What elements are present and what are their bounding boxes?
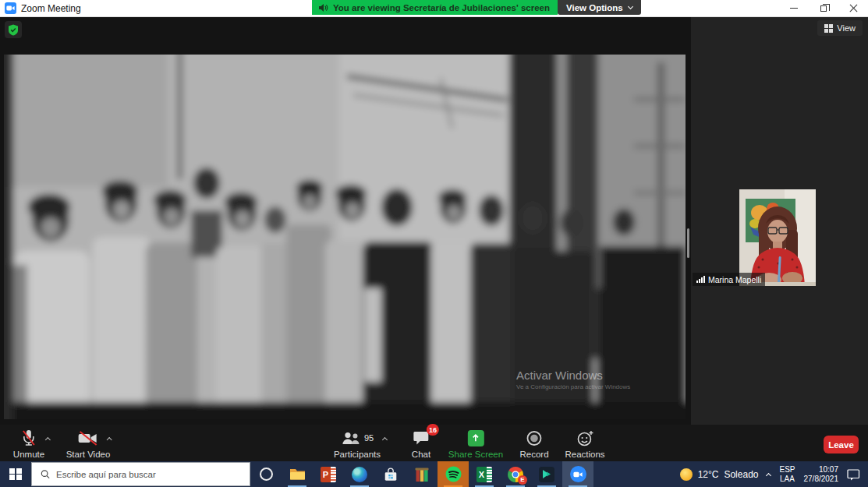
window-title: Zoom Meeting — [21, 3, 81, 14]
participants-count: 95 — [364, 433, 374, 443]
shared-screen-photo — [4, 55, 686, 419]
viewing-banner: You are viewing Secretaría de Jubilacion… — [312, 0, 558, 15]
cortana-icon — [260, 468, 273, 481]
zoom-toolbar: Unmute Start Video 95 — [0, 425, 868, 461]
powerpoint-icon: P — [321, 467, 336, 482]
chrome-badge: E — [518, 475, 527, 485]
viewing-text: You are viewing Secretaría de Jubilacion… — [333, 3, 550, 12]
search-icon — [41, 469, 50, 479]
camera-off-icon — [78, 431, 98, 446]
weather-condition: Soleado — [724, 469, 758, 480]
participants-chevron[interactable] — [382, 437, 388, 443]
taskbar-app-file-explorer[interactable] — [282, 461, 313, 487]
zoom-camera-icon — [5, 2, 16, 14]
chat-unread-badge: 16 — [427, 424, 439, 436]
taskbar-app-zoom[interactable] — [562, 461, 593, 487]
reactions-button[interactable]: Reactions — [565, 429, 604, 459]
taskbar-apps: P — [250, 461, 593, 487]
unmute-button[interactable]: Unmute — [13, 429, 44, 459]
participant-name-tag: Marina Mapelli — [693, 273, 765, 286]
windows-logo-icon — [9, 468, 22, 481]
screen-share-banner: You are viewing Secretaría de Jubilacion… — [312, 0, 641, 15]
taskbar-app-excel[interactable]: X — [469, 461, 500, 487]
action-center-icon[interactable] — [847, 468, 860, 481]
start-video-button[interactable]: Start Video — [66, 429, 111, 459]
taskbar-app-edge[interactable] — [344, 461, 375, 487]
participant-name: Marina Mapelli — [708, 275, 761, 284]
taskbar-app-filmora[interactable] — [531, 461, 562, 487]
taskbar-app-powerpoint[interactable]: P — [313, 461, 344, 487]
minimize-button[interactable] — [779, 0, 809, 17]
mic-muted-icon — [21, 429, 37, 446]
minimize-icon — [790, 8, 798, 9]
excel-icon: X — [477, 467, 492, 482]
edge-icon — [352, 467, 367, 482]
view-options-button[interactable]: View Options — [558, 0, 641, 15]
spotify-icon — [445, 466, 462, 482]
taskbar-app-cortana[interactable] — [250, 461, 282, 487]
weather-temp: 12°C — [698, 469, 719, 480]
participant-video-feed — [739, 189, 816, 286]
chat-button[interactable]: 16 Chat — [412, 429, 430, 459]
record-button[interactable]: Record — [519, 429, 548, 459]
weather-widget[interactable]: 12°C Soleado — [680, 468, 759, 481]
taskbar-system-tray: 12°C Soleado ESP LAA 10:07 27/8/2021 — [680, 461, 868, 487]
chevron-down-icon — [628, 4, 633, 9]
clock[interactable]: 10:07 27/8/2021 — [804, 465, 839, 483]
filmora-icon — [539, 467, 554, 482]
hidden-icons-chevron[interactable] — [766, 472, 771, 478]
microsoft-store-icon — [383, 467, 399, 482]
audio-options-chevron[interactable] — [45, 437, 51, 443]
search-input[interactable] — [56, 470, 241, 479]
participants-button[interactable]: 95 Participants — [334, 429, 381, 459]
record-icon — [526, 430, 542, 446]
winrar-icon — [414, 467, 430, 482]
leave-button[interactable]: Leave — [824, 436, 859, 453]
share-screen-button[interactable]: Share Screen — [448, 429, 503, 459]
chrome-icon: E — [508, 467, 523, 482]
video-options-chevron[interactable] — [107, 437, 112, 443]
panel-collapse-handle[interactable] — [687, 228, 689, 258]
close-button[interactable] — [838, 0, 868, 17]
start-button[interactable] — [0, 461, 31, 487]
participant-video-thumbnail[interactable]: Marina Mapelli — [739, 189, 816, 286]
restore-icon — [820, 5, 827, 12]
language-indicator[interactable]: ESP LAA — [779, 465, 795, 483]
zoom-taskbar-icon — [570, 466, 586, 482]
security-shield-icon[interactable] — [5, 21, 22, 38]
grid-icon — [824, 24, 833, 33]
date: 27/8/2021 — [804, 475, 839, 484]
share-screen-icon — [467, 430, 484, 446]
shared-screen-content: Activar Windows Ve a Configuración para … — [4, 55, 686, 419]
view-layout-button[interactable]: View — [817, 20, 863, 36]
taskbar-app-microsoft-store[interactable] — [375, 461, 406, 487]
taskbar-app-chrome[interactable]: E — [500, 461, 531, 487]
time: 10:07 — [804, 465, 839, 475]
speaker-icon — [318, 3, 328, 12]
windows-taskbar: P — [0, 461, 868, 487]
taskbar-app-winrar[interactable] — [406, 461, 438, 487]
restore-button[interactable] — [809, 0, 838, 17]
signal-bars-icon — [696, 276, 705, 283]
taskbar-search[interactable] — [31, 462, 250, 486]
taskbar-app-spotify[interactable] — [438, 461, 469, 487]
reactions-smiley-icon — [576, 430, 593, 446]
close-icon — [849, 4, 858, 12]
participants-icon — [341, 432, 361, 445]
sun-icon — [680, 468, 693, 481]
file-explorer-icon — [289, 468, 306, 481]
meeting-area: View — [0, 17, 868, 461]
